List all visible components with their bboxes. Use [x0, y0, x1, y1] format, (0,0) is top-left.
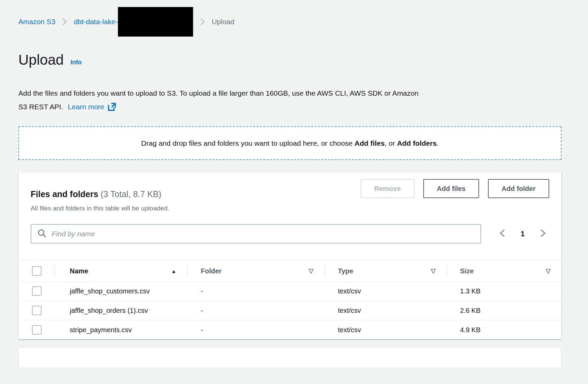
select-all-cell — [18, 261, 54, 281]
file-folder: - — [187, 323, 324, 337]
file-name: jaffle_shop_customers.csv — [54, 284, 155, 298]
breadcrumb: Amazon S3 dbt-data-lake- Upload — [18, 7, 561, 37]
info-link[interactable]: Info — [70, 59, 82, 66]
panel-subtitle: All files and folders in this table will… — [31, 204, 169, 213]
pagination: 1 — [496, 226, 549, 241]
table-row: stripe_payments.csv - text/csv 4.9 KB — [18, 320, 561, 339]
file-name: stripe_payments.csv — [54, 323, 155, 337]
chevron-left-icon — [497, 227, 508, 240]
dropzone-text: Drag and drop files and folders you want… — [141, 139, 439, 147]
redaction-box — [118, 7, 193, 37]
column-header-folder[interactable]: Folder ▽ — [187, 261, 324, 281]
table-row: jaffle_shop_customers.csv - text/csv 1.3… — [18, 282, 561, 301]
row-checkbox[interactable] — [32, 325, 42, 335]
column-header-size[interactable]: Size ▽ — [446, 261, 561, 281]
file-type: text/csv — [324, 303, 446, 318]
next-section-panel — [18, 347, 561, 367]
chevron-right-icon — [538, 227, 548, 240]
add-files-button[interactable]: Add files — [423, 179, 479, 198]
files-and-folders-panel: Files and folders (3 Total, 8.7 KB) All … — [18, 172, 561, 339]
table-row: jaffle_shop_orders (1).csv - text/csv 2.… — [18, 301, 561, 320]
sort-ascending-icon: ▲ — [171, 268, 176, 274]
description-line1: Add the files and folders you want to up… — [18, 86, 561, 100]
pagination-next-button[interactable] — [536, 226, 549, 241]
select-all-checkbox[interactable] — [32, 266, 42, 276]
file-folder: - — [187, 284, 324, 298]
breadcrumb-bucket[interactable]: dbt-data-lake- — [74, 18, 118, 26]
page-title: Upload — [18, 50, 64, 69]
file-name: jaffle_shop_orders (1).csv — [54, 303, 155, 318]
panel-count-summary: (3 Total, 8.7 KB) — [101, 189, 162, 199]
file-type: text/csv — [324, 323, 446, 337]
filter-icon: ▽ — [546, 267, 551, 275]
page-content: Amazon S3 dbt-data-lake- Upload Upload I… — [18, 7, 561, 367]
file-type: text/csv — [324, 284, 446, 298]
chevron-right-icon — [198, 17, 207, 27]
filter-icon: ▽ — [309, 267, 313, 275]
drag-drop-zone[interactable]: Drag and drop files and folders you want… — [18, 126, 561, 160]
file-folder: - — [187, 303, 324, 318]
panel-title: Files and folders (3 Total, 8.7 KB) — [31, 187, 169, 202]
search-input[interactable] — [52, 230, 475, 238]
add-folder-button[interactable]: Add folder — [488, 179, 549, 198]
file-size: 4.9 KB — [446, 323, 561, 337]
pagination-prev-button[interactable] — [496, 226, 509, 241]
page-description: Add the files and folders you want to up… — [18, 86, 561, 114]
description-line2: S3 REST API. — [18, 103, 63, 111]
breadcrumb-amazon-s3[interactable]: Amazon S3 — [18, 18, 55, 26]
file-size: 2.6 KB — [446, 303, 561, 318]
panel-actions: Remove Add files Add folder — [361, 179, 549, 213]
table-header-row: Name ▲ Folder ▽ Type ▽ Size ▽ — [18, 260, 561, 282]
remove-button[interactable]: Remove — [361, 179, 414, 198]
column-header-type[interactable]: Type ▽ — [324, 261, 446, 281]
column-header-name[interactable]: Name ▲ — [54, 261, 187, 281]
chevron-right-icon — [60, 17, 69, 27]
filter-icon: ▽ — [431, 267, 436, 275]
row-checkbox[interactable] — [32, 286, 42, 296]
row-checkbox[interactable] — [32, 306, 42, 315]
files-table: Name ▲ Folder ▽ Type ▽ Size ▽ — [18, 260, 561, 339]
breadcrumb-upload: Upload — [212, 18, 234, 26]
search-box — [31, 224, 481, 243]
file-size: 1.3 KB — [446, 284, 561, 298]
external-link-icon — [108, 102, 116, 111]
pagination-page-1[interactable]: 1 — [521, 229, 525, 238]
learn-more-link[interactable]: Learn more — [68, 100, 116, 114]
search-icon — [37, 228, 47, 240]
